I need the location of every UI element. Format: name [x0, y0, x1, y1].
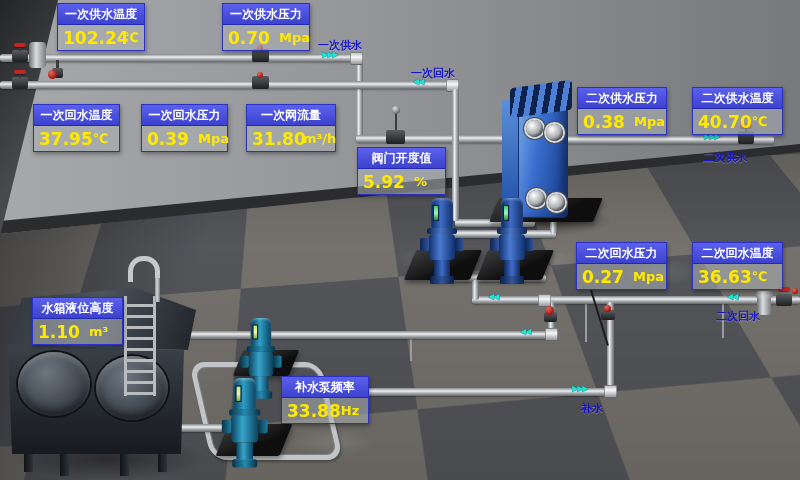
pump-nozzle — [222, 420, 231, 434]
pump-foot — [430, 276, 454, 284]
gauge-unit: % — [414, 174, 427, 189]
tank-gooseneck-leg — [155, 278, 160, 302]
pipe-primary-supply-drop — [356, 62, 363, 136]
pump-column — [434, 260, 450, 276]
strainer-cylinder — [29, 42, 46, 68]
gauge-secondary-return-temp: 二次回水温度 36.63℃ — [692, 242, 783, 290]
gauge-unit: Hz — [341, 403, 359, 418]
gauge-value: 0.39 — [147, 129, 198, 149]
tank-leg — [120, 452, 129, 476]
pump-nozzle — [258, 420, 267, 434]
pump-volute — [499, 234, 525, 260]
gauge-unit: ℃ — [752, 114, 768, 129]
pipe-label-secondary-return: 二次回水 — [716, 309, 760, 324]
pump-indicator-window — [503, 205, 509, 221]
pipe-label-primary-supply: 一次供水 — [318, 38, 362, 53]
pump-column — [504, 260, 520, 276]
gauge-title: 二次回水温度 — [693, 243, 782, 264]
gauge-unit: Mpa — [198, 131, 229, 146]
gauge-secondary-return-pressure: 二次回水压力 0.27Mpa — [576, 242, 667, 290]
gauge-unit: ℃ — [93, 131, 109, 146]
pump-nozzle — [273, 355, 281, 367]
pipe-label-makeup-water: 补水 — [581, 401, 603, 416]
gauge-value: 37.95 — [39, 129, 93, 149]
pump-indicator-window — [252, 324, 258, 339]
gauge-title: 一次供水温度 — [58, 4, 144, 25]
gauge-title: 一次回水压力 — [142, 105, 227, 126]
tank-ladder — [124, 296, 156, 396]
gauge-title: 一次回水温度 — [34, 105, 119, 126]
pump-column — [236, 443, 253, 460]
pipe-flange — [350, 52, 363, 65]
flow-arrows-makeup: ▶▶▶ — [572, 384, 587, 393]
gauge-primary-supply-temp: 一次供水温度 102.24℃ — [57, 3, 145, 51]
tank-manhole-left — [18, 352, 90, 416]
gauge-unit: m³/h — [303, 131, 336, 146]
gauge-value: 0.38 — [583, 112, 634, 132]
gauge-value: 36.63 — [698, 267, 752, 287]
pipe-secondary-return — [472, 296, 800, 304]
gauge-unit: Mpa — [279, 30, 310, 45]
gauge-unit: Mpa — [633, 269, 664, 284]
pipe-riser — [472, 280, 479, 300]
makeup-pump-2[interactable] — [226, 376, 263, 470]
gauge-value: 0.70 — [228, 28, 279, 48]
flow-arrows-tank-fill: ◀◀ — [520, 327, 530, 336]
circulation-pump-2[interactable] — [494, 196, 530, 286]
pump-nozzle — [240, 355, 248, 367]
pipe-support — [585, 304, 587, 342]
gauge-value: 31.80 — [252, 129, 303, 149]
gauge-tank-level: 水箱液位高度 1.10m³ — [32, 297, 123, 345]
gauge-title: 二次供水温度 — [693, 88, 782, 109]
pipe-label-primary-return: 一次回水 — [411, 66, 455, 81]
pump-volute — [249, 352, 273, 376]
pump-nozzle — [525, 238, 534, 251]
gauge-title: 二次供水压力 — [578, 88, 666, 109]
gauge-unit: m³ — [89, 324, 108, 339]
pipe-label-secondary-supply: 二次供水 — [703, 150, 747, 165]
gauge-value: 33.88 — [287, 401, 341, 421]
hx-port-top-right — [546, 124, 563, 141]
hx-port-top-left — [526, 120, 543, 137]
hx-port-bottom-right — [548, 194, 565, 211]
pump-indicator-window — [235, 385, 241, 402]
gauge-unit: ℃ — [752, 269, 768, 284]
gauge-primary-return-temp: 一次回水温度 37.95℃ — [33, 104, 120, 152]
pump-indicator-window — [433, 205, 439, 221]
pump-nozzle — [420, 238, 429, 251]
gauge-value: 5.92 — [363, 172, 414, 192]
hmi-heat-station-scene: ▶▶▶ ◀◀ ▶▶▶ ◀◀ ◀◀ ◀◀ ▶▶▶ — [0, 0, 800, 480]
flow-arrows-secondary-return-2: ◀◀ — [488, 292, 498, 301]
gauge-secondary-supply-temp: 二次供水温度 40.70℃ — [692, 87, 783, 135]
pipe-support — [410, 339, 412, 361]
gauge-value: 40.70 — [698, 112, 752, 132]
pipe-primary-return — [0, 81, 448, 89]
gauge-value: 102.24 — [63, 28, 123, 48]
gauge-title: 水箱液位高度 — [33, 298, 122, 319]
pipe-tank-fill — [150, 331, 552, 339]
gauge-title: 阀门开度值 — [358, 148, 445, 169]
circulation-pump-1[interactable] — [424, 196, 460, 286]
pump-nozzle — [490, 238, 499, 251]
flow-arrows-secondary-return: ◀◀ — [727, 292, 737, 301]
pump-volute — [231, 416, 258, 443]
pump-volute — [429, 234, 455, 260]
gauge-unit: ℃ — [123, 30, 139, 45]
pump-foot — [500, 276, 524, 284]
gauge-makeup-pump-freq: 补水泵频率 33.88Hz — [281, 376, 369, 424]
gauge-value: 0.27 — [582, 267, 633, 287]
gauge-title: 一次网流量 — [247, 105, 335, 126]
tank-leg — [60, 452, 69, 476]
gauge-primary-return-pressure: 一次回水压力 0.39Mpa — [141, 104, 228, 152]
gauge-value: 1.10 — [38, 322, 89, 342]
gauge-title: 二次回水压力 — [577, 243, 666, 264]
gauge-unit: Mpa — [634, 114, 665, 129]
hx-port-bottom-left — [528, 190, 545, 207]
pipe-flange — [604, 385, 617, 398]
gauge-valve-opening: 阀门开度值 5.92% — [357, 147, 446, 195]
pipe-primary-supply — [0, 54, 352, 62]
gauge-secondary-supply-pressure: 二次供水压力 0.38Mpa — [577, 87, 667, 135]
gauge-title: 一次供水压力 — [223, 4, 309, 25]
gauge-primary-flow: 一次网流量 31.80m³/h — [246, 104, 336, 152]
pipe-flange — [545, 328, 558, 341]
